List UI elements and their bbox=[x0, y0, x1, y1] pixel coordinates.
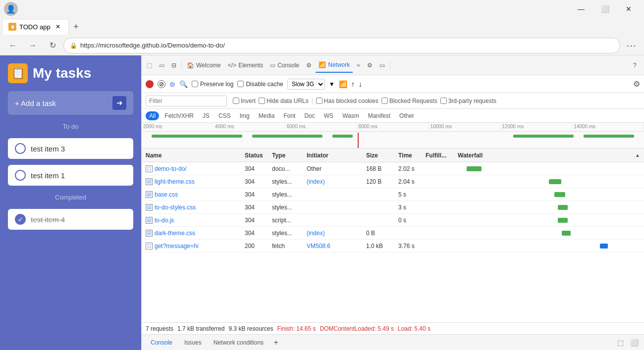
blocked-requests-label[interactable]: Blocked Requests bbox=[381, 98, 437, 104]
blocked-cookies-checkbox[interactable] bbox=[316, 98, 322, 104]
row-waterfall-1 bbox=[454, 166, 644, 171]
hide-data-urls-text: Hide data URLs bbox=[267, 98, 309, 104]
add-task-button[interactable]: + Add a task ➜ bbox=[8, 91, 133, 115]
col-header-name[interactable]: Name bbox=[142, 152, 241, 159]
undock-button[interactable]: ⬜ bbox=[628, 337, 640, 349]
bottom-tab-network-conditions[interactable]: Network conditions bbox=[209, 337, 268, 348]
task-item-completed-1[interactable]: ✓ test item 4 bbox=[8, 209, 133, 230]
inspect-element-button[interactable]: ⬚ bbox=[144, 58, 155, 73]
col-header-waterfall[interactable]: Waterfall ▲ bbox=[454, 152, 644, 159]
title-bar-left: 👤 bbox=[4, 2, 18, 16]
add-task-arrow: ➜ bbox=[112, 96, 126, 110]
row-time-3: 5 s bbox=[394, 191, 422, 198]
col-header-time[interactable]: Time bbox=[394, 152, 422, 159]
refresh-button[interactable]: ↻ bbox=[44, 38, 61, 53]
tab-settings-icon[interactable]: ⚙ bbox=[364, 58, 376, 73]
toggle-panel-button[interactable]: ⊟ bbox=[168, 58, 179, 73]
task-checkbox-2[interactable] bbox=[15, 170, 26, 181]
device-emulation-button[interactable]: ▭ bbox=[156, 58, 167, 73]
task-item-todo-1[interactable]: test item 3 bbox=[8, 138, 133, 159]
url-input[interactable] bbox=[80, 42, 614, 49]
table-row[interactable]: ☑ to-do.js 304 script... 0 s bbox=[142, 214, 644, 227]
bottom-tab-issues[interactable]: Issues bbox=[179, 337, 207, 348]
minimize-button[interactable]: — bbox=[570, 0, 592, 18]
tab-sources-icon[interactable]: ≈ bbox=[354, 58, 363, 73]
waterfall-bar-5 bbox=[558, 218, 568, 223]
table-row[interactable]: ☑ base.css 304 styles... 5 s bbox=[142, 188, 644, 201]
devtools-help-button[interactable]: ? bbox=[630, 58, 640, 73]
bottom-tab-console[interactable]: Console bbox=[146, 337, 177, 348]
disable-cache-label[interactable]: Disable cache bbox=[237, 81, 283, 88]
col-header-status[interactable]: Status bbox=[241, 152, 268, 159]
third-party-label[interactable]: 3rd-party requests bbox=[440, 98, 496, 104]
third-party-checkbox[interactable] bbox=[440, 98, 447, 104]
dock-bottom-button[interactable]: ⬚ bbox=[614, 337, 626, 349]
row-status-4: 304 bbox=[241, 204, 268, 211]
hide-data-urls-label[interactable]: Hide data URLs bbox=[259, 98, 309, 104]
table-row[interactable]: ☐ demo-to-do/ 304 docu... Other 168 B 2.… bbox=[142, 162, 644, 175]
preserve-log-label[interactable]: Preserve log bbox=[192, 81, 233, 88]
table-row[interactable]: ☑ dark-theme.css 304 styles... (index) 0… bbox=[142, 227, 644, 240]
type-filter-js[interactable]: JS bbox=[199, 111, 213, 120]
col-header-fulfill[interactable]: Fulfill... bbox=[422, 152, 454, 159]
invert-filter-label[interactable]: Invert bbox=[233, 98, 256, 104]
task-checkbox-3[interactable]: ✓ bbox=[15, 214, 26, 225]
filter-input[interactable] bbox=[146, 96, 227, 106]
type-filter-manifest[interactable]: Manifest bbox=[365, 111, 394, 120]
row-initiator-2[interactable]: (index) bbox=[303, 178, 362, 185]
clear-button[interactable]: ⊘ bbox=[158, 80, 165, 88]
blocked-requests-checkbox[interactable] bbox=[381, 98, 388, 104]
download-icon-button[interactable]: ↓ bbox=[359, 80, 362, 88]
table-row[interactable]: ☑ light-theme.css 304 styles... (index) … bbox=[142, 175, 644, 188]
type-filter-img[interactable]: Img bbox=[236, 111, 253, 120]
tab-performance-icon[interactable]: ⚙ bbox=[303, 58, 315, 73]
tab-welcome[interactable]: 🏠 Welcome bbox=[184, 58, 224, 73]
tab-network[interactable]: 📶 Network bbox=[316, 58, 353, 73]
col-header-size[interactable]: Size bbox=[362, 152, 394, 159]
bottom-add-tab-button[interactable]: + bbox=[270, 337, 281, 348]
task-item-todo-2[interactable]: test item 1 bbox=[8, 165, 133, 186]
type-filter-fetch-xhr[interactable]: Fetch/XHR bbox=[161, 111, 197, 120]
type-filter-ws[interactable]: WS bbox=[321, 111, 337, 120]
preserve-log-checkbox[interactable] bbox=[192, 81, 198, 87]
row-initiator-7[interactable]: VM508:6 bbox=[303, 243, 362, 250]
table-row[interactable]: ☐ get?message=hi 200 fetch VM508:6 1.0 k… bbox=[142, 240, 644, 252]
type-filter-doc[interactable]: Doc bbox=[301, 111, 318, 120]
device-icon: ▭ bbox=[159, 62, 164, 69]
user-avatar[interactable]: 👤 bbox=[4, 2, 18, 16]
forward-button[interactable]: → bbox=[24, 38, 42, 53]
tab-elements[interactable]: </> Elements bbox=[225, 58, 266, 73]
tab-close-button[interactable]: ✕ bbox=[54, 22, 62, 31]
upload-icon-button[interactable]: ↑ bbox=[351, 80, 355, 88]
blocked-cookies-label[interactable]: Has blocked cookies bbox=[316, 98, 378, 104]
type-filter-all[interactable]: All bbox=[146, 111, 159, 120]
task-checkbox-1[interactable] bbox=[15, 143, 26, 154]
devtools-more-button[interactable]: ⋯ bbox=[630, 55, 642, 58]
back-button[interactable]: ← bbox=[4, 38, 22, 53]
close-button[interactable]: ✕ bbox=[617, 0, 640, 18]
network-settings-icon[interactable]: ⚙ bbox=[633, 79, 640, 89]
type-filter-media[interactable]: Media bbox=[255, 111, 278, 120]
type-filter-css[interactable]: CSS bbox=[215, 111, 234, 120]
table-row[interactable]: ☑ to-do-styles.css 304 styles... 3 s bbox=[142, 201, 644, 214]
tab-console[interactable]: ▭ Console bbox=[267, 58, 302, 73]
restore-button[interactable]: ⬜ bbox=[593, 0, 616, 18]
type-filter-other[interactable]: Other bbox=[396, 111, 418, 120]
row-time-1: 2.02 s bbox=[394, 165, 422, 172]
hide-data-urls-checkbox[interactable] bbox=[259, 98, 265, 104]
throttle-select[interactable]: Slow 3G Fast 3G Online bbox=[287, 79, 325, 90]
more-options-button[interactable]: ⋯ bbox=[622, 38, 640, 53]
search-icon[interactable]: 🔍 bbox=[179, 80, 188, 88]
tab-sidebar-icon[interactable]: ▭ bbox=[376, 58, 388, 73]
invert-checkbox[interactable] bbox=[233, 98, 239, 104]
cache-icon-button[interactable]: 📶 bbox=[339, 80, 347, 88]
row-initiator-6[interactable]: (index) bbox=[303, 230, 362, 237]
col-header-type[interactable]: Type bbox=[268, 152, 303, 159]
disable-cache-checkbox[interactable] bbox=[237, 81, 244, 87]
new-tab-button[interactable]: + bbox=[69, 19, 84, 34]
active-tab[interactable]: 📋 TODO app ✕ bbox=[2, 19, 69, 35]
type-filter-font[interactable]: Font bbox=[280, 111, 299, 120]
col-header-initiator[interactable]: Initiator bbox=[303, 152, 362, 159]
type-filter-wasm[interactable]: Wasm bbox=[339, 111, 363, 120]
record-button[interactable] bbox=[146, 80, 154, 88]
